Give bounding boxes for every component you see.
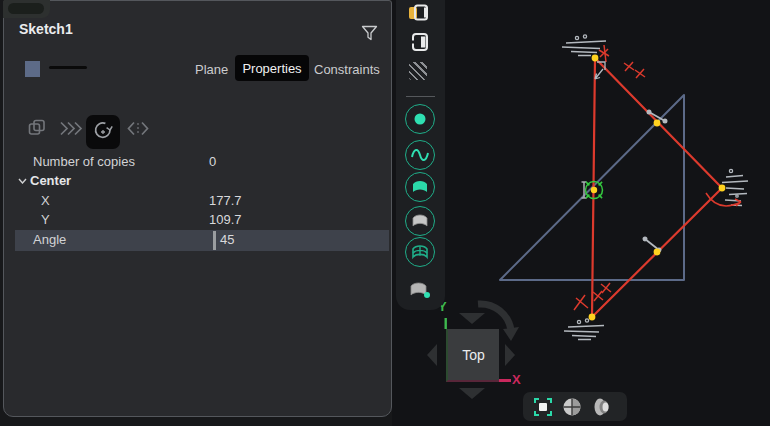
gizmo-x-axis-label: X bbox=[512, 372, 521, 387]
circular-pattern-button[interactable] bbox=[86, 115, 120, 149]
row-label-center[interactable]: Center bbox=[30, 173, 71, 188]
duplicate-icon[interactable] bbox=[28, 119, 46, 137]
surface-tool-button[interactable] bbox=[405, 172, 435, 202]
tool-strip bbox=[396, 0, 445, 310]
row-value-angle[interactable]: 45 bbox=[220, 232, 234, 247]
surface-shaded-tool-button[interactable] bbox=[405, 206, 435, 236]
strip-divider bbox=[406, 96, 435, 97]
sketch-triangle[interactable] bbox=[592, 58, 722, 317]
angle-row-highlight[interactable] bbox=[15, 230, 389, 251]
pattern-center-marker[interactable] bbox=[582, 182, 603, 199]
panel-handle[interactable] bbox=[8, 3, 44, 14]
circle-tool-button[interactable] bbox=[405, 104, 435, 134]
orbit-arrow-left[interactable] bbox=[427, 344, 437, 366]
hatch-badge-icon[interactable] bbox=[409, 62, 427, 80]
surface-tool-icon bbox=[405, 172, 435, 202]
panel-tab-dock bbox=[3, 0, 50, 18]
properties-panel: Sketch1 Plane Properties Constraints bbox=[3, 0, 392, 417]
mirror-icon[interactable] bbox=[127, 121, 149, 136]
panel-title: Sketch1 bbox=[19, 21, 73, 37]
row-label-y: Y bbox=[41, 212, 50, 227]
row-value-y[interactable]: 109.7 bbox=[209, 212, 242, 227]
app-window: Top Y X bbox=[0, 0, 770, 426]
orbit-arrow-right[interactable] bbox=[505, 344, 515, 366]
surface-grid-tool-button[interactable] bbox=[405, 237, 435, 267]
row-value-copies[interactable]: 0 bbox=[209, 154, 216, 169]
ground-constraint-right-icon bbox=[722, 169, 748, 205]
zoom-to-selection-icon[interactable] bbox=[532, 396, 554, 418]
view-settings-bar bbox=[523, 392, 627, 421]
row-label-copies: Number of copies bbox=[33, 154, 135, 169]
surface-shaded-tool-icon bbox=[405, 206, 435, 236]
circular-pattern-icon bbox=[91, 120, 115, 144]
view-gizmo-top-face[interactable]: Top bbox=[446, 329, 499, 382]
projection-mode-icon[interactable] bbox=[590, 396, 614, 418]
tab-properties-label: Properties bbox=[242, 61, 301, 76]
gizmo-face-label: Top bbox=[462, 347, 485, 363]
row-label-x: X bbox=[41, 193, 50, 208]
sketch-color-swatch[interactable] bbox=[25, 61, 40, 77]
orbit-arrow-up[interactable] bbox=[459, 313, 485, 324]
solid-badge-icon[interactable] bbox=[410, 32, 430, 52]
orbit-rotate-arrow[interactable] bbox=[478, 304, 511, 330]
ground-constraint-bottom-icon bbox=[564, 319, 604, 340]
spline-tool-button[interactable] bbox=[405, 140, 435, 170]
sketch-line-preview bbox=[49, 66, 87, 69]
ground-constraint-top-icon bbox=[562, 35, 606, 56]
spline-tool-icon bbox=[405, 140, 435, 170]
row-value-x[interactable]: 177.7 bbox=[209, 193, 242, 208]
constraint-marks-top bbox=[599, 45, 645, 78]
filter-icon[interactable] bbox=[361, 25, 378, 42]
orbit-rotate-arrowhead[interactable] bbox=[503, 327, 519, 341]
tab-properties[interactable]: Properties bbox=[235, 55, 309, 81]
orbit-arrow-down[interactable] bbox=[459, 388, 485, 399]
chevron-down-icon[interactable] bbox=[18, 178, 27, 184]
row-label-angle: Angle bbox=[33, 232, 66, 247]
tab-constraints[interactable]: Constraints bbox=[314, 62, 380, 77]
surface-point-tool-icon[interactable] bbox=[407, 277, 434, 301]
angle-edit-cursor bbox=[213, 231, 216, 250]
tab-plane[interactable]: Plane bbox=[195, 62, 228, 77]
linear-pattern-icon[interactable] bbox=[59, 121, 85, 136]
shading-mode-icon[interactable] bbox=[561, 396, 583, 418]
circle-tool-icon bbox=[405, 104, 435, 134]
sketch-badge-icon[interactable] bbox=[408, 4, 432, 22]
surface-grid-tool-icon bbox=[405, 237, 435, 267]
